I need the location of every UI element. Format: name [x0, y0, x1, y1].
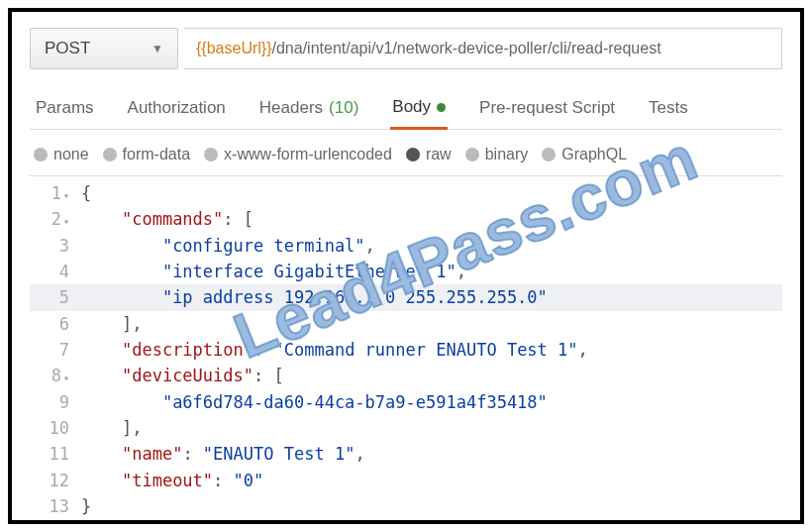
- radio-icon: [465, 148, 479, 161]
- code-line: 6 ],: [30, 311, 782, 337]
- http-method-label: POST: [45, 39, 90, 58]
- url-path: /dna/intent/api/v1/network-device-poller…: [272, 40, 661, 57]
- body-type-urlencoded[interactable]: x-www-form-urlencoded: [204, 146, 392, 163]
- code-line: 13 }: [30, 493, 782, 519]
- body-type-raw[interactable]: raw: [406, 146, 452, 163]
- code-line: 12 "timeout": "0": [30, 468, 782, 493]
- code-line: 8▾ "deviceUuids": [: [30, 363, 782, 388]
- radio-icon: [103, 148, 117, 161]
- code-line-active: 5 "ip address 192.168.1.0 255.255.255.0": [30, 284, 782, 310]
- tab-headers[interactable]: Headers (10): [257, 91, 361, 129]
- body-editor[interactable]: 1▾ { 2▾ "commands": [ 3 "configure termi…: [30, 175, 782, 519]
- radio-icon: [204, 148, 218, 161]
- fold-icon: ▾: [61, 190, 69, 201]
- code-line: 9 "a6f6d784-da60-44ca-b7a9-e591a4f35418": [30, 389, 782, 415]
- body-type-row: none form-data x-www-form-urlencoded raw…: [30, 142, 782, 175]
- fold-icon: ▾: [61, 372, 69, 383]
- tab-prerequest-script[interactable]: Pre-request Script: [477, 91, 617, 129]
- http-method-select[interactable]: POST ▼: [30, 28, 178, 69]
- radio-icon: [34, 148, 48, 161]
- headers-count: (10): [329, 98, 358, 118]
- tab-body[interactable]: Body: [390, 91, 448, 130]
- code-line: 7 "description": "Command runner ENAUTO …: [30, 337, 782, 363]
- body-modified-dot-icon: [437, 103, 446, 112]
- body-type-none[interactable]: none: [34, 146, 89, 163]
- request-tabs: Params Authorization Headers (10) Body P…: [30, 91, 782, 130]
- tab-authorization[interactable]: Authorization: [126, 91, 228, 129]
- request-row: POST ▼ {{baseUrl}}/dna/intent/api/v1/net…: [30, 28, 782, 69]
- url-variable: {{baseUrl}}: [196, 40, 272, 57]
- radio-icon: [542, 148, 556, 161]
- code-line: 3 "configure terminal",: [30, 233, 782, 259]
- code-line: 4 "interface GigabitEthernet 1",: [30, 259, 782, 284]
- app-frame: POST ▼ {{baseUrl}}/dna/intent/api/v1/net…: [8, 8, 804, 524]
- tab-tests[interactable]: Tests: [647, 91, 690, 129]
- body-type-form-data[interactable]: form-data: [103, 146, 190, 163]
- body-type-binary[interactable]: binary: [465, 146, 529, 163]
- radio-icon: [406, 148, 420, 161]
- request-url-input[interactable]: {{baseUrl}}/dna/intent/api/v1/network-de…: [184, 28, 782, 69]
- code-line: 1▾ {: [30, 180, 782, 206]
- code-line: 10 ],: [30, 415, 782, 441]
- code-line: 2▾ "commands": [: [30, 206, 782, 232]
- body-type-graphql[interactable]: GraphQL: [542, 146, 627, 163]
- chevron-down-icon: ▼: [152, 42, 163, 55]
- tab-params[interactable]: Params: [34, 91, 96, 129]
- code-line: 11 "name": "ENAUTO Test 1",: [30, 441, 782, 467]
- fold-icon: ▾: [61, 216, 69, 227]
